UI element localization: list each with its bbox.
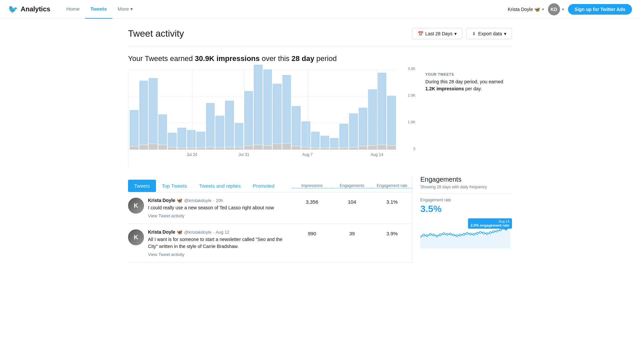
tab-tweets-replies[interactable]: Tweets and replies xyxy=(193,180,247,192)
bar-impressions xyxy=(292,106,301,146)
bar-engagements xyxy=(311,148,320,150)
bar-engagements xyxy=(301,147,310,150)
bar-engagements xyxy=(158,145,167,150)
x-axis-label: Jul 24 xyxy=(187,152,197,157)
bar-impressions xyxy=(158,114,167,145)
sparkline-dot xyxy=(469,233,471,235)
bar-group xyxy=(168,133,177,150)
bar-impressions xyxy=(254,65,263,145)
bar-group xyxy=(301,121,310,150)
tweet-stats: 990 39 3.9% xyxy=(292,229,412,236)
sparkline-container: Aug 14 2.0% engagement rate xyxy=(420,218,512,248)
tweets-panel: Tweets Top Tweets Tweets and replies Pro… xyxy=(128,169,412,263)
page-container: Tweet activity 📅 Last 28 Days ▾ ⬇ Export… xyxy=(120,19,520,263)
bar-group xyxy=(387,96,396,150)
sparkline-dot xyxy=(499,229,501,231)
sparkline-dot xyxy=(473,233,475,235)
tweet-meta: Krista Doyle 🦋 @kristakdoyle · Aug 12 xyxy=(148,229,288,235)
engagements-title: Engagements xyxy=(420,176,512,183)
main-content: Tweets Top Tweets Tweets and replies Pro… xyxy=(128,169,512,263)
bar-engagements xyxy=(225,147,234,150)
bar-group xyxy=(282,75,291,150)
sparkline-dot xyxy=(453,234,455,236)
tweet-engagements: 39 xyxy=(332,229,372,236)
bar-engagements xyxy=(282,143,291,150)
sparkline-dot xyxy=(436,235,438,237)
bar-impressions xyxy=(225,101,234,147)
bar-impressions xyxy=(330,138,339,148)
view-activity-link[interactable]: View Tweet activity xyxy=(148,213,288,218)
calendar-icon: 📅 xyxy=(418,31,423,36)
sparkline-dot xyxy=(456,235,458,237)
tweet-avatar: K xyxy=(128,229,144,245)
col-impressions[interactable]: Impressions xyxy=(292,183,332,188)
tab-top-tweets[interactable]: Top Tweets xyxy=(156,180,193,192)
tab-promoted[interactable]: Promoted xyxy=(247,180,280,192)
bar-engagements xyxy=(244,146,253,150)
bar-group xyxy=(139,81,148,150)
bar-group xyxy=(273,84,282,150)
bar-engagements xyxy=(273,144,282,150)
bar-impressions xyxy=(387,96,396,145)
avatar[interactable]: KD xyxy=(548,3,560,15)
x-axis-label: Aug 7 xyxy=(302,152,313,157)
nav-more[interactable]: More ▾ xyxy=(112,0,138,19)
bar-group xyxy=(158,114,167,150)
sparkline-dot xyxy=(420,236,421,238)
nav-tweets[interactable]: Tweets xyxy=(85,0,112,19)
tweet-time: · 20h xyxy=(213,198,223,203)
sparkline-dot xyxy=(459,234,461,236)
your-tweets-desc: During this 28 day period, you earned 1.… xyxy=(425,78,512,92)
tweet-content: Krista Doyle 🦋 @kristakdoyle · 20h I cou… xyxy=(148,198,288,218)
bar-engagements xyxy=(339,148,348,150)
sparkline-dot xyxy=(476,232,478,234)
engagements-subtitle: Showing 28 days with daily frequency xyxy=(420,185,512,189)
right-panel: Engagements Showing 28 days with daily f… xyxy=(412,176,512,263)
brand: 🐦 Analytics xyxy=(8,5,50,14)
bar-group xyxy=(177,128,186,150)
sparkline-dot xyxy=(466,232,468,234)
chevron-down-icon: ▾ xyxy=(130,6,133,12)
bar-group xyxy=(215,116,224,150)
tabs-section: Tweets Top Tweets Tweets and replies Pro… xyxy=(128,180,412,192)
bar-engagements xyxy=(206,147,215,150)
bar-engagements xyxy=(349,147,358,150)
sparkline-tooltip: Aug 14 2.0% engagement rate xyxy=(468,218,512,229)
bar-impressions xyxy=(339,124,348,148)
sparkline-dot xyxy=(493,231,495,233)
col-engagements[interactable]: Engagements xyxy=(332,183,372,188)
tweet-text: I could really use a new season of Ted L… xyxy=(148,204,288,211)
bar-engagements xyxy=(292,146,301,150)
bar-group xyxy=(187,130,196,150)
signup-button[interactable]: Sign up for Twitter Ads xyxy=(568,4,632,15)
tweet-text: All I want is for someone to start a new… xyxy=(148,236,288,250)
bar-group xyxy=(130,110,139,150)
user-menu[interactable]: Krista Doyle 🦋 ▾ xyxy=(508,7,544,12)
view-activity-link[interactable]: View Tweet activity xyxy=(148,252,288,257)
bar-impressions xyxy=(130,110,139,146)
tweet-stats: 3,356 104 3.1% xyxy=(292,198,412,205)
bar-impressions xyxy=(320,136,329,148)
bar-group xyxy=(225,101,234,150)
panel-divider xyxy=(420,193,512,194)
tweet-name: Krista Doyle 🦋 xyxy=(148,229,182,235)
bar-impressions xyxy=(206,103,215,147)
col-engagement-rate[interactable]: Engagement rate xyxy=(372,183,412,188)
bar-engagements xyxy=(254,145,263,150)
avatar-dropdown-arrow: ▾ xyxy=(562,7,564,12)
sparkline-dot xyxy=(489,232,491,234)
bar-engagements xyxy=(130,146,139,150)
bar-engagements xyxy=(187,148,196,150)
engagement-rate-value: 3.5% xyxy=(420,204,512,214)
chevron-down-icon: ▾ xyxy=(504,31,506,36)
bar-impressions xyxy=(301,121,310,147)
export-button[interactable]: ⬇ Export data ▾ xyxy=(466,28,512,39)
nav-home[interactable]: Home xyxy=(61,0,85,19)
chart-divider xyxy=(308,70,308,150)
dropdown-arrow-icon: ▾ xyxy=(542,7,544,12)
bar-group xyxy=(320,136,329,150)
tab-tweets[interactable]: Tweets xyxy=(128,180,156,192)
chart-divider xyxy=(192,70,192,150)
date-range-button[interactable]: 📅 Last 28 Days ▾ xyxy=(412,28,463,39)
your-tweets-label: YOUR TWEETS xyxy=(425,72,512,76)
